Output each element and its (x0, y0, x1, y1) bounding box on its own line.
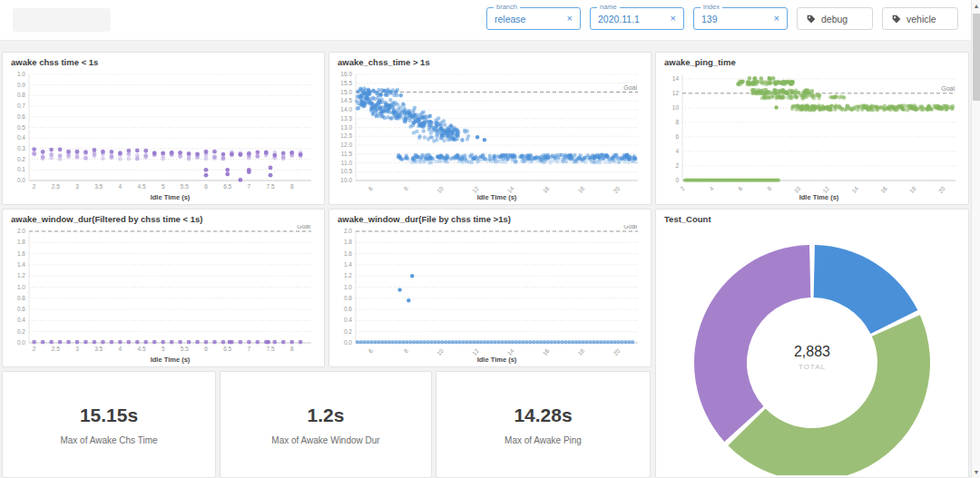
svg-text:6: 6 (204, 183, 208, 190)
scatter-awake-chss-gt1[interactable]: 10.010.511.011.512.012.513.013.514.014.5… (331, 68, 649, 202)
scatter-window-dur-lt1[interactable]: 0.00.20.40.60.81.01.21.41.61.82.022.533.… (5, 225, 322, 365)
svg-text:15.5: 15.5 (340, 80, 352, 86)
tag-chip-label: vehicle (906, 14, 936, 24)
svg-text:6: 6 (368, 347, 375, 355)
svg-text:1.2: 1.2 (344, 272, 352, 278)
scroll-up-icon[interactable]: ▲ (972, 3, 980, 9)
svg-text:2: 2 (33, 346, 36, 352)
donut-slice-segment-purple[interactable] (694, 245, 810, 442)
svg-text:6: 6 (204, 346, 208, 352)
clear-filter-icon[interactable]: × (774, 14, 779, 24)
svg-text:20: 20 (612, 185, 621, 194)
kpi-value: 1.2s (308, 405, 345, 426)
panel-window-dur-lt1: awake_window_dur(Filtered by chss time <… (2, 209, 325, 367)
svg-text:2: 2 (33, 183, 36, 190)
kpi-card-max-awake-ping: 14.28s Max of Awake Ping (436, 371, 651, 478)
filter-name-value: 2020.11.1 (598, 14, 640, 24)
svg-text:3: 3 (75, 346, 79, 352)
svg-text:1.4: 1.4 (344, 261, 352, 268)
svg-text:10: 10 (672, 104, 680, 111)
svg-text:11.5: 11.5 (341, 151, 353, 157)
svg-text:4.5: 4.5 (137, 183, 145, 190)
svg-text:0.4: 0.4 (17, 317, 25, 323)
svg-text:20: 20 (937, 185, 946, 194)
svg-text:2.5: 2.5 (52, 346, 60, 352)
svg-text:13.5: 13.5 (340, 115, 352, 122)
svg-text:0.9: 0.9 (17, 82, 25, 88)
svg-text:1.0: 1.0 (17, 284, 25, 290)
svg-text:2.0: 2.0 (344, 228, 352, 234)
svg-text:0.2: 0.2 (17, 156, 25, 162)
filter-name[interactable]: name 2020.11.1 × (590, 7, 684, 30)
svg-text:0.8: 0.8 (17, 92, 25, 98)
svg-text:0.3: 0.3 (17, 145, 25, 151)
scatter-window-dur-gt1[interactable]: 0.00.20.40.60.81.01.21.41.61.82.06810121… (331, 225, 649, 365)
vertical-scrollbar[interactable]: ▲ ▼ (971, 0, 980, 478)
scatter-awake-ping-time[interactable]: 024681012142468101214161820Idle Time (s)… (658, 68, 966, 202)
svg-text:18: 18 (576, 347, 585, 356)
scroll-down-icon[interactable]: ▼ (972, 469, 980, 475)
svg-text:2: 2 (679, 185, 686, 192)
kpi-value: 15.15s (80, 405, 138, 426)
svg-text:0.1: 0.1 (17, 166, 25, 172)
filter-name-label: name (597, 3, 620, 11)
svg-text:5.5: 5.5 (181, 183, 189, 190)
svg-text:Goal: Goal (623, 225, 637, 229)
svg-text:2.5: 2.5 (52, 183, 60, 190)
kpi-label: Max of Awake Ping (505, 435, 582, 445)
tag-icon (807, 15, 816, 24)
svg-text:6: 6 (737, 185, 744, 192)
clear-filter-icon[interactable]: × (671, 14, 676, 24)
tag-chip-debug[interactable]: debug (797, 7, 873, 30)
filter-index-label: index (701, 3, 722, 11)
filter-index[interactable]: index 139 × (693, 7, 788, 30)
svg-text:11.0: 11.0 (341, 160, 353, 166)
filter-branch[interactable]: branch release × (486, 7, 581, 30)
svg-text:0.0: 0.0 (17, 339, 25, 346)
svg-text:5.5: 5.5 (181, 346, 189, 352)
scatter-awake-chss-lt1[interactable]: 0.00.10.20.30.40.50.60.70.80.91.022.533.… (5, 68, 322, 202)
chart-title: awake chss time < 1s (11, 57, 98, 67)
svg-text:5: 5 (162, 183, 165, 190)
svg-text:4: 4 (708, 185, 715, 192)
panel-awake-chss-lt1: awake chss time < 1s 0.00.10.20.30.40.50… (2, 52, 325, 205)
svg-text:4: 4 (119, 183, 122, 190)
donut-test-count[interactable] (658, 225, 966, 475)
svg-text:0.4: 0.4 (344, 317, 352, 323)
panel-test-count: Test_Count 2,883 TOTAL (655, 209, 969, 478)
svg-text:4.5: 4.5 (137, 346, 145, 352)
svg-text:7.5: 7.5 (267, 346, 275, 352)
tag-chip-vehicle[interactable]: vehicle (882, 7, 958, 30)
svg-text:10: 10 (436, 347, 445, 356)
svg-text:18: 18 (576, 185, 585, 194)
clear-filter-icon[interactable]: × (567, 14, 573, 24)
svg-text:14: 14 (850, 185, 859, 194)
svg-text:0.0: 0.0 (344, 339, 352, 346)
svg-text:1.8: 1.8 (17, 239, 25, 245)
svg-text:6.5: 6.5 (223, 183, 231, 190)
svg-text:15.0: 15.0 (340, 89, 352, 95)
svg-text:20: 20 (612, 347, 621, 356)
svg-text:1.6: 1.6 (344, 250, 352, 257)
panel-window-dur-gt1: awake_window_dur(File by chss time >1s) … (328, 209, 652, 367)
svg-text:6.5: 6.5 (223, 346, 231, 352)
svg-text:10.5: 10.5 (340, 168, 352, 174)
svg-text:8: 8 (402, 185, 409, 192)
svg-text:0.8: 0.8 (344, 295, 352, 301)
svg-text:3: 3 (75, 183, 79, 190)
filter-index-value: 139 (701, 14, 718, 24)
svg-text:14: 14 (672, 75, 680, 82)
chart-title: awake_ping_time (664, 57, 736, 67)
donut-slice-segment-blue[interactable] (814, 245, 918, 334)
svg-text:4: 4 (675, 148, 679, 154)
scrollbar-thumb[interactable] (973, 14, 980, 101)
svg-text:4: 4 (119, 346, 122, 352)
svg-text:Idle Time (s): Idle Time (s) (151, 193, 191, 201)
svg-text:Idle Time (s): Idle Time (s) (477, 356, 517, 364)
svg-text:1.6: 1.6 (17, 250, 25, 257)
svg-text:13.0: 13.0 (340, 124, 352, 131)
donut-slice-segment-green[interactable] (728, 315, 930, 475)
svg-text:2.0: 2.0 (17, 228, 25, 234)
svg-text:Goal: Goal (623, 84, 637, 91)
svg-text:Idle Time (s): Idle Time (s) (151, 356, 191, 364)
